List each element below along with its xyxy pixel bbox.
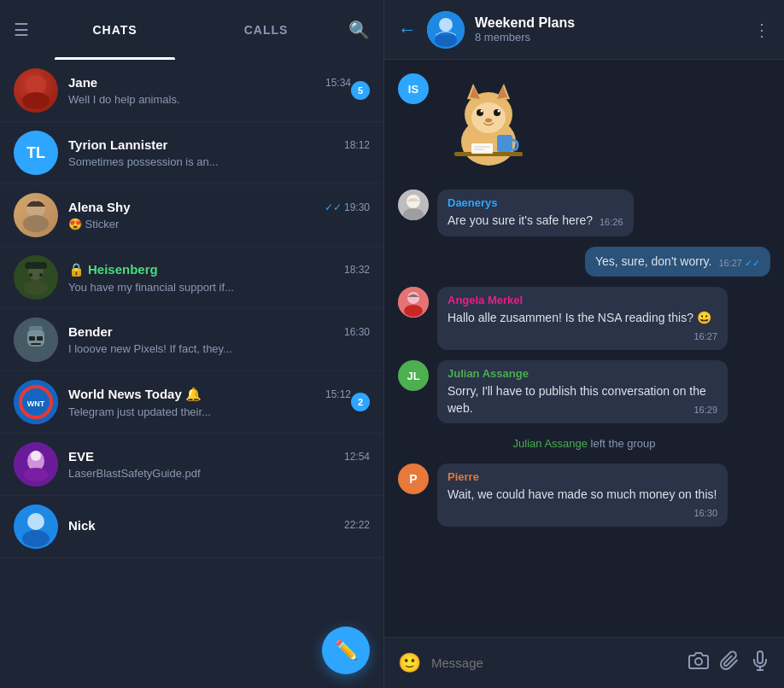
svg-rect-45 [471,143,493,154]
sender-name-julian: Julian Assange [448,367,717,380]
group-name: Weekend Plans [475,15,753,31]
avatar-tyrion: TL [14,131,58,175]
message-input[interactable] [431,656,678,670]
avatar-wnt: WNT [14,380,58,424]
chat-preview-bender: I looove new Pixels! If fact, they... [68,342,370,355]
chat-time-bender: 16:30 [344,326,370,338]
chat-preview-eve: LaserBlastSafetyGuide.pdf [68,467,370,480]
chat-time-heisenberg: 18:32 [344,264,370,276]
chat-name-jane: Jane [68,75,97,90]
bubble-outgoing: Yes, sure, don't worry. 16:27 ✓✓ [585,247,770,277]
tab-chats[interactable]: CHATS [39,0,190,60]
avatar-is: IS [398,73,429,104]
chat-name-tyrion: Tyrion Lannister [68,137,167,152]
chat-item-nick[interactable]: Nick 22:22 [0,496,383,558]
left-header: ☰ CHATS CALLS 🔍 [0,0,383,60]
message-text-pierre: Wait, we could have made so much money o… [448,487,717,504]
chat-footer: 🙂 [384,637,784,688]
svg-point-10 [39,273,43,277]
chat-info-eve: EVE 12:54 LaserBlastSafetyGuide.pdf [68,449,370,480]
group-info: Weekend Plans 8 members [475,15,753,44]
search-icon[interactable]: 🔍 [348,20,370,40]
chat-item-bender[interactable]: Bender 16:30 I looove new Pixels! If fac… [0,309,383,371]
svg-point-40 [498,110,500,113]
tab-calls[interactable]: CALLS [190,0,342,60]
mic-icon[interactable] [750,650,770,676]
message-row-angela: Angela Merkel Hallo alle zusammen! Is th… [398,287,770,350]
message-row-julian: JL Julian Assange Sorry, I'll have to pu… [398,360,770,423]
bubble-julian: Julian Assange Sorry, I'll have to publi… [437,360,728,423]
svg-point-41 [485,119,492,123]
chat-list: Jane 15:34 Well I do help animals. 5 TL … [0,60,383,688]
more-options-button[interactable]: ⋮ [753,20,770,40]
svg-rect-13 [29,336,35,341]
chat-info-jane: Jane 15:34 Well I do help animals. [68,75,351,106]
message-text-daenerys: Are you sure it's safe here? 16:26 [448,213,623,230]
chat-meta-jane: 5 [351,81,370,100]
chat-time-alena: ✓✓ 19:30 [325,201,370,213]
svg-point-52 [407,292,419,304]
message-row-sticker: IS [398,73,770,179]
chat-preview-alena: 😍 Sticker [68,218,370,230]
emoji-icon[interactable]: 🙂 [398,652,421,674]
svg-text:WNT: WNT [27,399,45,408]
chat-preview-tyrion: Sometimes possession is an... [68,155,370,168]
chat-item-jane[interactable]: Jane 15:34 Well I do help animals. 5 [0,60,383,122]
avatar-jane [14,68,58,113]
group-avatar [427,11,465,49]
chat-meta-wnt: 2 [351,393,370,411]
svg-point-9 [29,273,32,277]
message-row-daenerys: Daenerys Are you sure it's safe here? 16… [398,189,770,236]
svg-point-54 [695,658,702,665]
avatar-heisenberg [14,255,58,300]
chat-name-bender: Bender [68,324,113,339]
svg-rect-16 [29,326,43,330]
system-user-link: Julian Assange [513,437,588,450]
hamburger-icon[interactable]: ☰ [14,20,29,40]
chat-time-nick: 22:22 [344,519,370,531]
chat-info-heisenberg: 🔒Heisenberg 18:32 You have my financial … [68,262,370,294]
svg-point-1 [22,92,50,109]
chat-item-wnt[interactable]: WNT World News Today 🔔 15:12 Telegram ju… [0,371,383,434]
chat-time-wnt: 15:12 [325,388,351,400]
chat-item-eve[interactable]: EVE 12:54 LaserBlastSafetyGuide.pdf [0,434,383,496]
svg-point-39 [481,110,483,113]
chat-item-alena[interactable]: Alena Shy ✓✓ 19:30 😍 Sticker [0,184,383,247]
chat-info-tyrion: Tyrion Lannister 18:12 Sometimes possess… [68,137,370,168]
badge-jane: 5 [351,81,370,100]
avatar-angela [398,287,429,318]
svg-point-28 [439,18,453,32]
compose-fab[interactable]: ✏️ [322,627,370,674]
message-row-outgoing: Yes, sure, don't worry. 16:27 ✓✓ [398,247,770,277]
camera-icon[interactable] [688,650,709,676]
avatar-alena [14,193,58,237]
svg-rect-43 [497,135,512,152]
chat-info-bender: Bender 16:30 I looove new Pixels! If fac… [68,324,370,355]
avatar-bender [14,318,58,362]
chat-name-heisenberg: 🔒Heisenberg [68,262,158,277]
system-message: Julian Assange left the group [398,434,770,453]
avatar-daenerys [398,189,429,220]
back-button[interactable]: ← [398,19,417,41]
sticker-bubble [437,73,540,179]
message-text-angela: Hallo alle zusammen! Is the NSA reading … [448,310,717,327]
svg-point-29 [435,33,457,47]
svg-point-36 [471,102,506,133]
sender-name-pierre: Pierre [448,470,717,483]
svg-point-23 [24,468,48,481]
chat-preview-wnt: Telegram just updated their... [68,405,351,418]
chat-item-heisenberg[interactable]: 🔒Heisenberg 18:32 You have my financial … [0,247,383,309]
attach-icon[interactable] [719,650,740,676]
chat-time-tyrion: 18:12 [344,139,370,151]
chat-time-eve: 12:54 [344,451,370,463]
svg-rect-8 [25,262,47,269]
chat-info-nick: Nick 22:22 [68,518,370,536]
chat-item-tyrion[interactable]: TL Tyrion Lannister 18:12 Sometimes poss… [0,122,383,184]
chat-name-alena: Alena Shy [68,200,131,214]
message-time-outgoing: 16:27 ✓✓ [718,257,760,270]
svg-rect-14 [37,336,43,341]
messages-area: IS [384,60,784,637]
svg-rect-15 [31,343,41,345]
message-time-daenerys: 16:26 [600,216,623,229]
svg-point-25 [27,513,44,530]
